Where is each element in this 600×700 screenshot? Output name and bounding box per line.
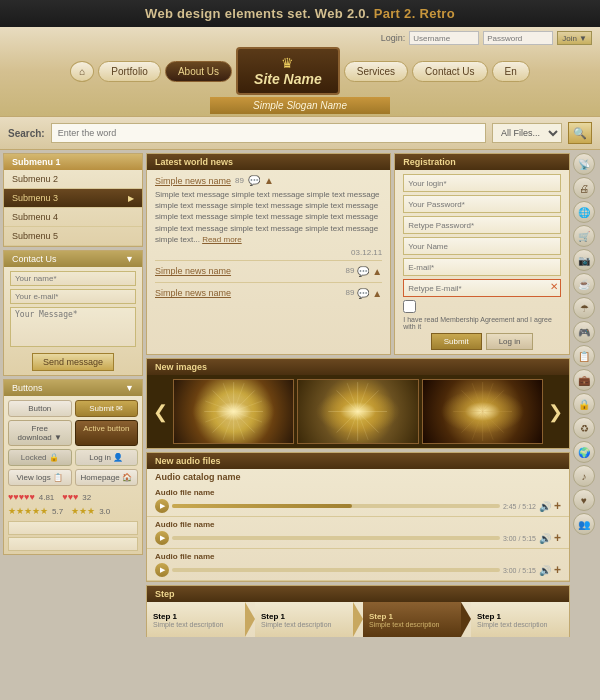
reg-email-input[interactable] [403,258,561,276]
reg-retype-email-input[interactable] [403,279,561,297]
audio-item-2: Audio file name ▶ 3:00 / 5:15 🔊 + [147,517,569,549]
volume-icon-2[interactable]: 🔊 [539,533,551,544]
search-input[interactable] [51,123,486,143]
main-content: Submenu 1 Submenu 2 Submenu 3 ▶ Submenu … [0,150,600,640]
submenu-item-2[interactable]: Submenu 2 [4,170,142,189]
reg-buttons: Submit Log in [403,333,561,350]
site-title: Site Name [254,71,322,87]
button-login[interactable]: Log in 👤 [75,449,139,466]
login-bar: Login: Join ▼ [8,31,592,47]
tab-home[interactable]: ⌂ [70,61,94,82]
image-gallery: ❮ [147,375,569,448]
username-input[interactable] [409,31,479,45]
button-locked[interactable]: Locked 🔒 [8,449,72,466]
gallery-image-2[interactable] [297,379,418,444]
submenu-item-4[interactable]: Submenu 4 [4,208,142,227]
reg-header: Registration [395,154,569,170]
reg-login-input[interactable] [403,174,561,192]
audio-progress-bar-3 [172,568,500,572]
sidebar-icon-heart[interactable]: ♥ [573,489,595,511]
contact-email-input[interactable] [10,289,136,304]
button-free-download[interactable]: Free download ▼ [8,420,72,446]
sidebar-icon-rss[interactable]: 📡 [573,153,595,175]
step-3: Step 1 Simple text description [363,602,461,637]
button-active[interactable]: Active button [75,420,139,446]
play-button-3[interactable]: ▶ [155,563,169,577]
audio-controls-2: ▶ 3:00 / 5:15 🔊 + [155,531,561,545]
reg-submit-button[interactable]: Submit [431,333,482,350]
read-more-link[interactable]: Read more [202,235,242,244]
tab-about-us[interactable]: About Us [165,61,232,82]
news-link-2[interactable]: Simple news name [155,288,231,298]
add-audio-1[interactable]: + [554,499,561,513]
sidebar-menu: Submenu 1 Submenu 2 Submenu 3 ▶ Submenu … [3,153,143,247]
search-label: Search: [8,128,45,139]
sidebar-icon-globe[interactable]: 🌐 [573,201,595,223]
search-button[interactable]: 🔍 [568,122,592,144]
add-audio-3[interactable]: + [554,563,561,577]
button-homepage[interactable]: Homepage 🏠 [75,469,139,486]
sidebar-icon-camera[interactable]: 📷 [573,249,595,271]
gallery-image-1[interactable] [173,379,294,444]
sidebar-icon-earth[interactable]: 🌍 [573,441,595,463]
sidebar-icon-briefcase[interactable]: 💼 [573,369,595,391]
news-main-link[interactable]: Simple news name [155,176,231,186]
join-button[interactable]: Join ▼ [557,31,592,45]
sidebar-icon-lock[interactable]: 🔒 [573,393,595,415]
button-plain[interactable]: Button [8,400,72,417]
tab-lang[interactable]: En [492,61,530,82]
sidebar-icon-print[interactable]: 🖨 [573,177,595,199]
add-audio-2[interactable]: + [554,531,561,545]
tab-portfolio[interactable]: Portfolio [98,61,161,82]
buttons-section-header: Buttons ▼ [4,380,142,396]
password-input[interactable] [483,31,553,45]
sidebar-icon-coffee[interactable]: ☕ [573,273,595,295]
buttons-section: Buttons ▼ Button Submit ✉ Free download … [3,379,143,555]
gallery-arrow-right[interactable]: ❯ [546,401,565,423]
gallery-arrow-left[interactable]: ❮ [151,401,170,423]
contact-name-input[interactable] [10,271,136,286]
button-submit[interactable]: Submit ✉ [75,400,139,417]
score-4: 3.0 [99,507,110,516]
news-link-1[interactable]: Simple news name [155,266,231,276]
sidebar-icon-recycle[interactable]: ♻ [573,417,595,439]
submenu-item-3[interactable]: Submenu 3 ▶ [4,189,142,208]
sidebar-icon-cart[interactable]: 🛒 [573,225,595,247]
search-filter[interactable]: All Files... [492,123,562,143]
images-header: New images [147,359,569,375]
score-2: 32 [82,493,91,502]
tab-services[interactable]: Services [344,61,408,82]
burst-svg-3 [423,380,542,443]
step-4-label: Step 1 [477,612,563,621]
reg-name-input[interactable] [403,237,561,255]
reg-checkbox[interactable] [403,300,416,313]
header-banner: Web design elements set. Web 2.0. Part 2… [0,0,600,27]
volume-icon-3[interactable]: 🔊 [539,565,551,576]
button-view-logs[interactable]: View logs 📋 [8,469,72,486]
reg-password-input[interactable] [403,195,561,213]
sidebar-icon-umbrella[interactable]: ☂ [573,297,595,319]
tab-contact-us[interactable]: Contact Us [412,61,487,82]
reg-retype-input[interactable] [403,216,561,234]
login-label: Login: [381,33,406,43]
audio-header: New audio files [147,453,569,469]
send-message-button[interactable]: Send message [32,353,114,371]
step-2: Step 1 Simple text description [255,602,353,637]
share-icon-2: ▲ [372,288,382,299]
reg-login-button[interactable]: Log in [486,333,534,350]
sidebar-icon-users[interactable]: 👥 [573,513,595,535]
play-button-1[interactable]: ▶ [155,499,169,513]
play-button-2[interactable]: ▶ [155,531,169,545]
gallery-image-3[interactable] [422,379,543,444]
sidebar-icon-music[interactable]: ♪ [573,465,595,487]
sidebar-icon-notes[interactable]: 📋 [573,345,595,367]
contact-message-input[interactable] [10,307,136,347]
hearts-2: ♥♥♥ [62,492,78,502]
submenu-item-5[interactable]: Submenu 5 [4,227,142,246]
slogan-ribbon: Simple Slogan Name [210,97,390,114]
rating-row-2: ★★★★★ 5.7 ★★★ 3.0 [4,504,142,518]
volume-icon-1[interactable]: 🔊 [539,501,551,512]
audio-name-3: Audio file name [155,552,561,561]
audio-progress-bar-2 [172,536,500,540]
sidebar-icon-gamepad[interactable]: 🎮 [573,321,595,343]
